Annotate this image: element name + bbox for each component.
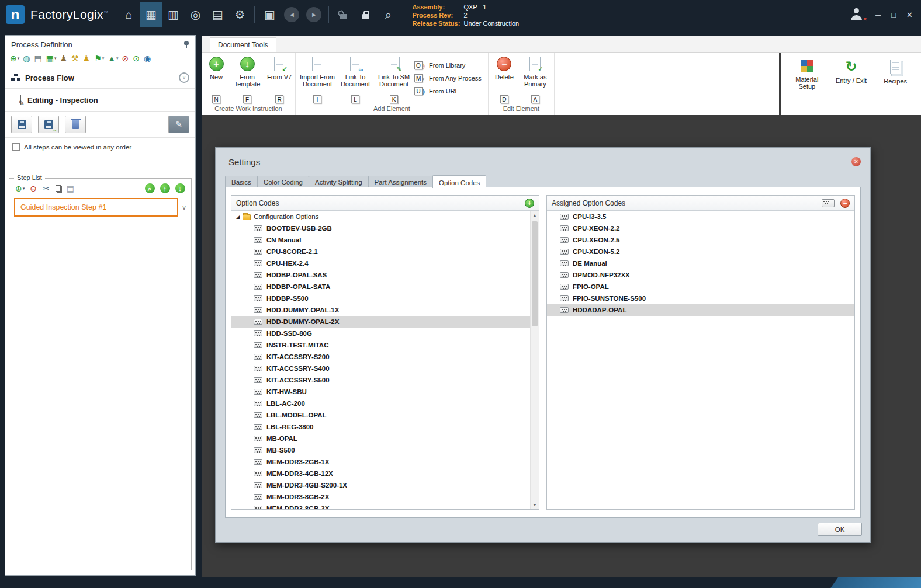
back-icon[interactable]: ◄ [281, 2, 303, 27]
cut-step-icon[interactable]: ✂ [43, 184, 50, 193]
from-any-process-button[interactable]: M ◈ From Any Process [414, 72, 486, 85]
option-code-item[interactable]: MEM-DDR3-4GB-S200-1X [231, 479, 530, 491]
recipes-button[interactable]: Recipes [875, 60, 915, 115]
tab-color-coding[interactable]: Color Coding [257, 176, 309, 187]
reports-icon[interactable]: ▤ [206, 2, 228, 27]
maximize-button[interactable]: □ [891, 11, 896, 19]
lock-icon[interactable] [355, 2, 377, 27]
option-code-item[interactable]: LBL-AC-200 [231, 398, 530, 409]
disable-icon[interactable]: ⊘ [122, 54, 130, 63]
option-code-item[interactable]: KIT-ACCSSRY-S200 [231, 351, 530, 363]
import-from-document-button[interactable]: Import From Document I [297, 55, 337, 105]
print-icon[interactable]: ▤ [34, 54, 42, 63]
option-code-item[interactable]: INSTR-TEST-MITAC [231, 339, 530, 351]
work-instructions-icon[interactable]: ▦ [140, 2, 162, 27]
mark-as-primary-button[interactable]: ✓ Mark as Primary A [518, 55, 552, 105]
assigned-option-code-item[interactable]: DE Manual [547, 258, 854, 269]
option-code-item[interactable]: MB-S500 [231, 444, 530, 456]
delete-step-button[interactable] [65, 116, 86, 133]
tab-basics[interactable]: Basics [225, 176, 258, 187]
keyboard-icon[interactable] [822, 199, 835, 207]
find-step-icon[interactable]: ⌕ [145, 183, 155, 193]
tools-icon[interactable]: ⚒ [71, 54, 79, 63]
unlock-icon[interactable] [333, 2, 355, 27]
scroll-down-icon[interactable]: ▼ [531, 500, 539, 509]
option-code-item[interactable]: MB-OPAL [231, 433, 530, 444]
tab-option-codes[interactable]: Option Codes [432, 175, 486, 188]
from-template-button[interactable]: ↓ From Template F [229, 55, 265, 105]
step-expand-icon[interactable]: ∨ [182, 204, 186, 211]
forward-icon[interactable]: ► [303, 2, 325, 27]
copy-step-icon[interactable] [56, 185, 61, 192]
link-to-sm-document-button[interactable]: ✎ Link To SM Document K [373, 55, 414, 105]
user-role-icon[interactable]: ♟ [83, 54, 91, 63]
globe-icon[interactable]: ◍ [23, 54, 30, 63]
option-code-item[interactable]: MEM-DDR3-4GB-12X [231, 468, 530, 479]
option-code-item[interactable]: KIT-HW-SBU [231, 386, 530, 398]
move-step-up-icon[interactable]: ↑ [160, 183, 170, 193]
option-code-item[interactable]: HDD-DUMMY-OPAL-2X [231, 316, 530, 328]
dialog-close-button[interactable]: ✕ [851, 157, 861, 166]
ok-button[interactable]: OK [818, 523, 862, 536]
step-item-guided-inspection[interactable]: Guided Inspection Step #1 [14, 198, 178, 217]
entry-exit-button[interactable]: ↻ Entry / Exit [832, 60, 871, 115]
production-icon[interactable]: ▥ [162, 2, 184, 27]
tab-activity-splitting[interactable]: Activity Splitting [309, 176, 369, 187]
add-process-icon[interactable]: ⊕▾ [10, 54, 19, 63]
assigned-option-code-item[interactable]: HDDADAP-OPAL [547, 304, 854, 316]
any-order-checkbox-row[interactable]: All steps can be viewed in any order [5, 138, 195, 156]
move-step-down-icon[interactable]: ↓ [175, 183, 185, 193]
assigned-option-code-item[interactable]: CPU-XEON-5.2 [547, 246, 854, 258]
tab-part-assignments[interactable]: Part Assignments [368, 176, 433, 187]
process-flow-item[interactable]: Process Flow ∨ [5, 67, 195, 89]
option-codes-scrollbar[interactable]: ▲ ▼ [530, 211, 539, 509]
add-option-code-button[interactable]: + [525, 199, 534, 208]
org-chart-icon[interactable]: ▦▾ [46, 54, 57, 63]
tab-document-tools[interactable]: Document Tools [210, 37, 276, 52]
option-code-item[interactable]: HDDBP-OPAL-SATA [231, 281, 530, 293]
link-to-document-button[interactable]: ∞ Link To Document L [337, 55, 373, 105]
option-code-item[interactable]: KIT-ACCSSRY-S500 [231, 374, 530, 386]
option-code-item[interactable]: MEM-DDR3-2GB-1X [231, 456, 530, 468]
assigned-option-code-item[interactable]: CPU-XEON-2.5 [547, 234, 854, 246]
option-code-item[interactable]: HDDBP-OPAL-SAS [231, 269, 530, 281]
expander-icon[interactable]: ◢ [236, 214, 240, 220]
from-v7-button[interactable]: ↙ From V7 R [265, 55, 293, 105]
assigned-option-code-item[interactable]: CPU-i3-3.5 [547, 211, 854, 222]
team-icon[interactable]: ♟ [60, 54, 68, 63]
option-code-item[interactable]: BOOTDEV-USB-2GB [231, 222, 530, 234]
settings-gear-icon[interactable]: ⚙ [228, 2, 251, 27]
edit-step-button[interactable]: ✎ [168, 116, 189, 133]
tracking-icon[interactable]: ◎ [184, 2, 206, 27]
option-code-item[interactable]: HDDBP-S500 [231, 293, 530, 304]
option-code-item[interactable]: KIT-ACCSSRY-S400 [231, 363, 530, 374]
home-icon[interactable]: ⌂ [117, 2, 140, 27]
delete-element-button[interactable]: − Delete D [490, 55, 518, 105]
close-button[interactable]: ✕ [906, 11, 913, 19]
option-code-item[interactable]: LBL-MODEL-OPAL [231, 409, 530, 421]
minimize-button[interactable]: ─ [875, 11, 881, 19]
option-code-item[interactable]: MEM-DDR3-8GB-3X [231, 503, 530, 509]
paste-step-icon[interactable]: ▤ [67, 184, 75, 193]
option-code-item[interactable]: CPU-HEX-2.4 [231, 258, 530, 269]
pin-icon[interactable] [183, 41, 189, 49]
any-order-checkbox[interactable] [12, 143, 20, 151]
option-code-item[interactable]: HDD-DUMMY-OPAL-1X [231, 304, 530, 316]
scrollbar-thumb[interactable] [532, 221, 538, 326]
assigned-option-code-item[interactable]: FPIO-SUNSTONE-S500 [547, 293, 854, 304]
option-code-item[interactable]: MEM-DDR3-8GB-2X [231, 491, 530, 503]
tree-view-icon[interactable]: ▲▾ [108, 54, 118, 63]
option-code-item[interactable]: HDD-SSD-80G [231, 328, 530, 339]
export-step-button[interactable]: → [38, 116, 59, 133]
tree-root-configuration-options[interactable]: ◢ Configuration Options [231, 211, 530, 222]
from-url-button[interactable]: U ◍ From URL [414, 85, 486, 98]
new-button[interactable]: + New N [203, 55, 229, 105]
remove-option-code-button[interactable]: − [840, 199, 850, 208]
approvals-icon[interactable]: ⚑▾ [94, 54, 104, 63]
remove-step-icon[interactable]: ⊖ [30, 184, 37, 193]
assigned-option-code-item[interactable]: FPIO-OPAL [547, 281, 854, 293]
option-code-item[interactable]: LBL-REG-3800 [231, 421, 530, 433]
scroll-up-icon[interactable]: ▲ [531, 211, 539, 220]
collapse-button[interactable]: ∨ [179, 72, 189, 83]
option-code-item[interactable]: CPU-8CORE-2.1 [231, 246, 530, 258]
